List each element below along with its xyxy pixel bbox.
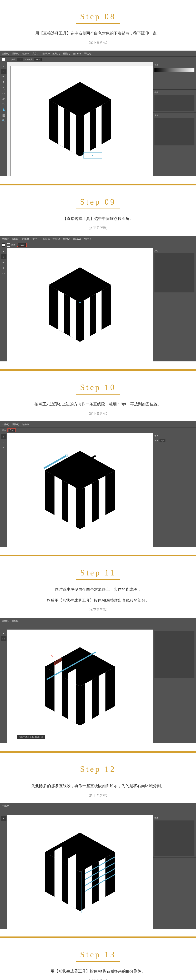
fill-swatch[interactable]	[2, 58, 5, 61]
artboard[interactable]	[7, 433, 153, 547]
artboard[interactable]	[7, 62, 153, 176]
svg-marker-5	[84, 112, 90, 158]
menu-help[interactable]: 帮助(H)	[84, 52, 91, 55]
menu-help[interactable]: 帮助(H)	[84, 237, 91, 240]
menu-file[interactable]: 文件(F)	[2, 237, 9, 240]
selection-tool[interactable]: ▸	[1, 630, 6, 636]
fill-swatch[interactable]	[2, 243, 5, 247]
type-tool[interactable]: T	[1, 265, 6, 270]
pen-tool[interactable]: ✒	[1, 74, 6, 80]
direct-selection-tool[interactable]: ▹	[1, 69, 6, 74]
menu-file[interactable]: 文件(F)	[2, 52, 9, 55]
step-title: Step 10	[76, 383, 120, 395]
menu-type[interactable]: 文字(T)	[32, 237, 40, 240]
menubar: 文件(F)	[0, 803, 196, 809]
menu-select[interactable]: 选择(S)	[43, 237, 50, 240]
rectangle-tool[interactable]: ▭	[1, 91, 6, 96]
selection-tool[interactable]: ▸	[1, 63, 6, 68]
rotate-tool[interactable]: ↻	[1, 102, 6, 107]
line-tool[interactable]: ╲	[1, 445, 6, 450]
zoom-tool[interactable]: 🔍	[1, 118, 6, 123]
panels: 渐变 变换 属性	[153, 62, 196, 176]
divider	[0, 555, 196, 556]
menu-object[interactable]: 对象(O)	[22, 52, 30, 55]
pen-tool[interactable]: ✒	[1, 260, 6, 265]
menu-file[interactable]: 文件(F)	[2, 423, 9, 426]
screenshot-step11: 文件(F) 编辑(E) ▸ ⬚ ↘ 形状生成器工具 (Shift+M)	[0, 618, 196, 743]
gradient-tool[interactable]: ▦	[1, 113, 6, 118]
opacity-field[interactable]: 100%	[34, 58, 42, 61]
menu-window[interactable]: 窗口(W)	[73, 52, 81, 55]
svg-marker-4	[70, 112, 76, 154]
menu-window[interactable]: 窗口(W)	[73, 237, 81, 240]
cube-artwork	[37, 829, 123, 915]
menu-view[interactable]: 视图(V)	[63, 237, 70, 240]
artboard[interactable]: ↘ 形状生成器工具 (Shift+M)	[7, 630, 153, 743]
step-sub: （如下图所示）	[0, 608, 196, 612]
menu-edit[interactable]: 编辑(E)	[12, 52, 19, 55]
options-bar: 描边 1 pt 不透明度 100%	[0, 56, 196, 62]
menu-view[interactable]: 视图(V)	[63, 52, 70, 55]
menu-file[interactable]: 文件(F)	[2, 619, 9, 622]
step-sub: （如下图所示）	[0, 978, 196, 980]
stroke-weight-field[interactable]: 1 pt	[17, 58, 23, 61]
panels	[153, 630, 196, 743]
selection-tool[interactable]: ▸	[1, 249, 6, 254]
stroke-swatch[interactable]	[7, 58, 10, 61]
cube-artwork	[41, 78, 119, 160]
menubar: 文件(F) 编辑(E) 对象(O) 文字(T) 选择(S) 效果(C) 视图(V…	[0, 236, 196, 242]
menu-select[interactable]: 选择(S)	[43, 52, 50, 55]
menu-edit[interactable]: 编辑(E)	[12, 423, 19, 426]
menu-effect[interactable]: 效果(C)	[53, 237, 60, 240]
screenshot-step09: 文件(F) 编辑(E) 对象(O) 文字(T) 选择(S) 效果(C) 视图(V…	[0, 236, 196, 361]
panel-title: 描边	[155, 816, 194, 819]
rectangle-tool[interactable]: ▭	[1, 270, 6, 276]
direct-selection-tool[interactable]: ▹	[1, 440, 6, 445]
screenshot-step10: 文件(F) 编辑(E) 对象(O) 描边 8 pt ▸ ▹ ╲	[0, 422, 196, 547]
menu-object[interactable]: 对象(O)	[22, 237, 30, 240]
svg-marker-3	[58, 105, 64, 148]
artboard[interactable]	[7, 815, 153, 929]
selection-tool[interactable]: ▸	[1, 434, 6, 439]
toolbox: ▸ ▹ ╲	[0, 433, 7, 547]
options-bar	[0, 809, 196, 815]
menu-effect[interactable]: 效果(C)	[53, 52, 60, 55]
eyedropper-tool[interactable]: 💧	[1, 107, 6, 112]
menubar: 文件(F) 编辑(E)	[0, 618, 196, 624]
corner-label: 圆角	[11, 243, 15, 247]
menu-file[interactable]: 文件(F)	[2, 805, 9, 808]
stroke-weight-field[interactable]: 8 pt	[9, 429, 15, 432]
tool-tooltip: 形状生成器工具 (Shift+M)	[17, 735, 45, 739]
type-tool[interactable]: T	[1, 80, 6, 85]
cube-artwork	[37, 447, 123, 533]
step-title: Step 11	[76, 568, 120, 580]
panel-weight-field[interactable]: 8 pt	[159, 439, 166, 442]
menu-edit[interactable]: 编辑(E)	[12, 619, 19, 622]
options-bar: 描边 8 pt	[0, 427, 196, 433]
selection-tool[interactable]: ▸	[1, 816, 6, 821]
menu-object[interactable]: 对象(O)	[22, 423, 30, 426]
menubar: 文件(F) 编辑(E) 对象(O)	[0, 422, 196, 427]
step-title: Step 12	[76, 764, 120, 776]
step-title: Step 13	[76, 950, 120, 962]
line-tool[interactable]: ╲	[1, 85, 6, 91]
shape-builder-tool[interactable]: ⬚	[1, 636, 6, 641]
panels: 描边	[153, 815, 196, 929]
stroke-swatch[interactable]	[7, 243, 10, 247]
menu-edit[interactable]: 编辑(E)	[12, 237, 19, 240]
artboard[interactable]	[7, 248, 153, 361]
direct-selection-tool[interactable]: ▹	[1, 254, 6, 259]
brush-tool[interactable]: 🖌	[1, 96, 6, 101]
panels: 描边 粗细: 8 pt	[153, 433, 196, 547]
divider	[0, 751, 196, 752]
menu-type[interactable]: 文字(T)	[32, 52, 40, 55]
stroke-label: 描边	[11, 58, 15, 61]
divider	[0, 369, 196, 371]
panel-title: 属性	[155, 249, 194, 252]
gradient-slider[interactable]	[155, 68, 194, 72]
step-title: Step 09	[76, 197, 120, 209]
corner-radius-field[interactable]: 4.233	[18, 243, 25, 247]
toolbox: ▸ ▹ ✒ T ╲ ▭ 🖌 ↻ 💧 ▦ 🔍	[0, 62, 7, 176]
svg-marker-6	[96, 105, 102, 151]
step-sub: （如下图所示）	[0, 226, 196, 230]
